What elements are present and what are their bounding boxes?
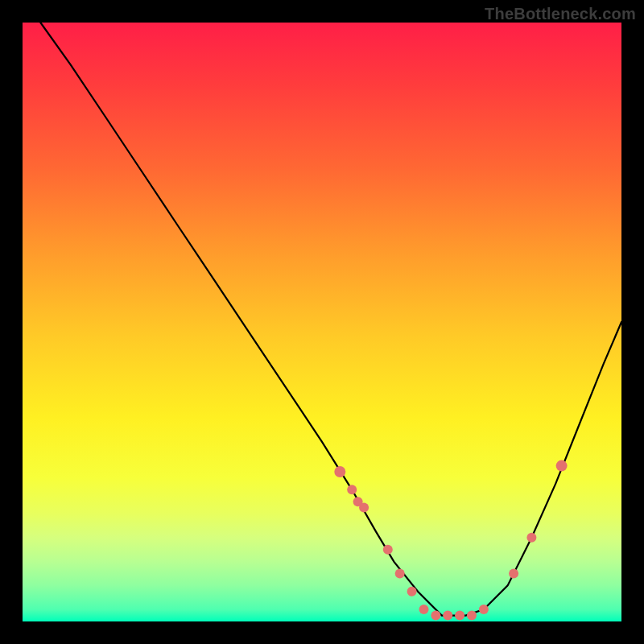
bottleneck-curve — [40, 23, 621, 616]
highlight-dot — [419, 605, 429, 614]
highlight-dot — [431, 611, 440, 621]
highlight-dot — [455, 611, 464, 621]
highlight-dot — [443, 611, 452, 621]
highlight-dot — [479, 605, 489, 614]
plot-area — [23, 23, 621, 621]
highlight-dot — [526, 533, 536, 543]
highlight-dot — [359, 503, 369, 513]
highlight-dot — [347, 485, 357, 494]
watermark-text: TheBottleneck.com — [485, 5, 636, 23]
highlight-dot — [467, 611, 477, 621]
highlight-dot — [383, 545, 393, 555]
highlight-dot — [407, 587, 417, 597]
highlight-dot — [509, 569, 518, 579]
highlight-dot — [556, 460, 568, 472]
highlight-dot — [395, 569, 405, 579]
highlight-dots-group — [334, 460, 567, 621]
highlight-dot — [334, 466, 345, 477]
chart-svg — [23, 23, 621, 621]
chart-frame: TheBottleneck.com — [0, 0, 644, 644]
